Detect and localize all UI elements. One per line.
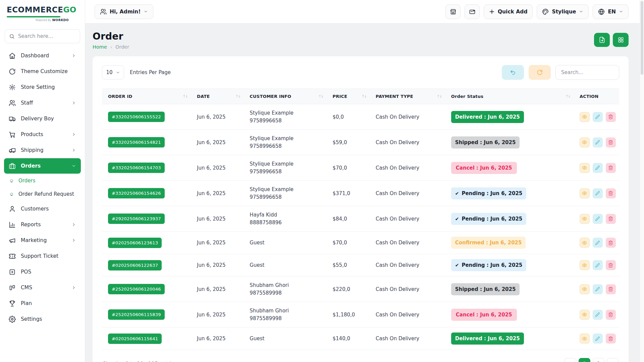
delete-button[interactable] — [606, 214, 616, 224]
delete-button[interactable] — [606, 188, 616, 198]
sidebar-subitem-orders[interactable]: Orders — [4, 174, 81, 187]
view-button[interactable] — [580, 238, 590, 248]
messages-button[interactable] — [465, 4, 480, 19]
view-button[interactable] — [580, 334, 590, 344]
sidebar-item-marketing[interactable]: Marketing — [4, 233, 81, 248]
view-button[interactable] — [580, 260, 590, 270]
sidebar-item-dashboard[interactable]: Dashboard — [4, 48, 81, 63]
view-button[interactable] — [580, 163, 590, 173]
order-id-badge[interactable]: #2520250606120046 — [108, 284, 165, 294]
view-button[interactable] — [580, 214, 590, 224]
sort-icon[interactable]: ↑↓ — [437, 94, 444, 99]
column-header-payment-type[interactable]: PAYMENT TYPE↑↓ — [372, 89, 448, 104]
column-header-date[interactable]: DATE↑↓ — [194, 89, 246, 104]
column-header-order-id[interactable]: ORDER ID↑↓ — [102, 89, 194, 104]
delete-button[interactable] — [606, 137, 616, 147]
order-id-badge[interactable]: #2520250606115839 — [108, 309, 165, 320]
sidebar-item-settings[interactable]: Settings — [4, 311, 81, 327]
column-header-price[interactable]: PRICE↑↓ — [329, 89, 373, 104]
storefront-button[interactable] — [445, 4, 461, 19]
cell-payment-type: Cash On Delivery — [372, 277, 448, 302]
column-header-customer-info[interactable]: CUSTOMER INFO↑↓ — [246, 89, 329, 104]
edit-button[interactable] — [593, 163, 603, 173]
sidebar-item-staff[interactable]: Staff — [4, 95, 81, 111]
sidebar-subitem-order-refund-request[interactable]: Order Refund Request — [4, 187, 81, 201]
sidebar-item-shipping[interactable]: Shipping — [4, 142, 81, 158]
view-button[interactable] — [580, 284, 590, 294]
entries-per-page-select[interactable]: 10 — [102, 65, 124, 79]
sort-icon[interactable]: ↑↓ — [566, 94, 573, 99]
delete-button[interactable] — [606, 284, 616, 294]
sidebar-item-customers[interactable]: Customers — [4, 201, 81, 217]
view-button[interactable] — [580, 112, 590, 122]
sidebar-item-theme-customize[interactable]: Theme Customize — [4, 64, 81, 79]
brand-logo[interactable]: ECOMMERCEGO Powered By WORKDO — [0, 0, 85, 25]
order-id-badge[interactable]: #3320250606154626 — [108, 188, 165, 198]
edit-button[interactable] — [593, 112, 603, 122]
theme-switcher-button[interactable]: Stylique — [537, 4, 589, 19]
delete-button[interactable] — [606, 163, 616, 173]
view-button[interactable] — [580, 310, 590, 320]
sidebar: ECOMMERCEGO Powered By WORKDO DashboardT… — [0, 0, 85, 362]
sort-icon[interactable]: ↑↓ — [362, 94, 369, 99]
sidebar-search-input[interactable] — [18, 33, 76, 39]
user-menu-button[interactable]: Hi, Admin! — [95, 4, 153, 19]
view-button[interactable] — [580, 188, 590, 198]
undo-button[interactable] — [502, 65, 524, 80]
order-id-badge[interactable]: #3320250606154821 — [108, 137, 165, 147]
order-id-badge[interactable]: #3320250606154703 — [108, 163, 165, 173]
sidebar-item-cms[interactable]: CMS — [4, 280, 81, 295]
scrollbar-thumb[interactable] — [641, 1, 643, 75]
sort-icon[interactable]: ↑↓ — [183, 94, 190, 99]
delete-button[interactable] — [606, 310, 616, 320]
pagination-page-1[interactable]: 1 — [579, 358, 590, 362]
chevron-right-icon — [71, 222, 76, 227]
order-status-badge: ✔Pending : Jun 6, 2025 — [451, 259, 527, 271]
refresh-button[interactable] — [529, 65, 551, 80]
pagination-page-2[interactable]: 2 — [593, 358, 604, 362]
pagination-prev-button[interactable] — [565, 358, 576, 362]
sidebar-item-reports[interactable]: Reports — [4, 217, 81, 232]
check-icon: ✔ — [455, 216, 459, 222]
edit-button[interactable] — [593, 260, 603, 270]
order-id-badge[interactable]: #020250606123613 — [108, 238, 162, 248]
order-id-badge[interactable]: #3320250606155522 — [108, 112, 165, 122]
sidebar-item-orders[interactable]: Orders — [4, 158, 81, 174]
export-button[interactable] — [594, 33, 610, 47]
edit-button[interactable] — [593, 214, 603, 224]
pagination-next-button[interactable] — [607, 358, 619, 362]
delete-button[interactable] — [606, 260, 616, 270]
delete-button[interactable] — [606, 334, 616, 344]
sidebar-item-label: Orders — [21, 163, 41, 169]
edit-button[interactable] — [593, 284, 603, 294]
sidebar-item-pos[interactable]: POS — [4, 264, 81, 280]
order-id-badge[interactable]: #020250606122637 — [108, 260, 162, 270]
quick-add-button[interactable]: + Quick Add — [484, 4, 533, 19]
trash-icon — [608, 312, 613, 317]
sidebar-item-support-ticket[interactable]: Support Ticket — [4, 248, 81, 264]
sort-icon[interactable]: ↑↓ — [318, 94, 326, 99]
scrollbar[interactable] — [640, 0, 644, 362]
table-search-input[interactable] — [555, 65, 619, 80]
column-header-order-status[interactable]: Order Status↑↓ — [448, 89, 576, 104]
edit-button[interactable] — [593, 137, 603, 147]
view-button[interactable] — [580, 137, 590, 147]
sidebar-item-store-setting[interactable]: Store Setting — [4, 79, 81, 95]
delete-button[interactable] — [606, 112, 616, 122]
breadcrumb-current: Order — [115, 44, 129, 50]
edit-button[interactable] — [593, 238, 603, 248]
edit-button[interactable] — [593, 334, 603, 344]
sidebar-item-products[interactable]: Products — [4, 127, 81, 142]
order-id-badge[interactable]: #020250606115641 — [108, 334, 162, 344]
breadcrumb-home-link[interactable]: Home — [93, 44, 107, 50]
order-id-badge[interactable]: #2920250606123937 — [108, 214, 165, 224]
edit-button[interactable] — [593, 188, 603, 198]
sidebar-item-plan[interactable]: Plan — [4, 296, 81, 311]
sort-icon[interactable]: ↑↓ — [235, 94, 243, 99]
delete-button[interactable] — [606, 238, 616, 248]
cell-order-status: Cancel : Jun 6, 2025 — [448, 155, 576, 181]
grid-view-button[interactable] — [613, 33, 629, 47]
sidebar-item-delivery-boy[interactable]: Delivery Boy — [4, 111, 81, 126]
language-button[interactable]: EN — [593, 4, 629, 19]
edit-button[interactable] — [593, 310, 603, 320]
